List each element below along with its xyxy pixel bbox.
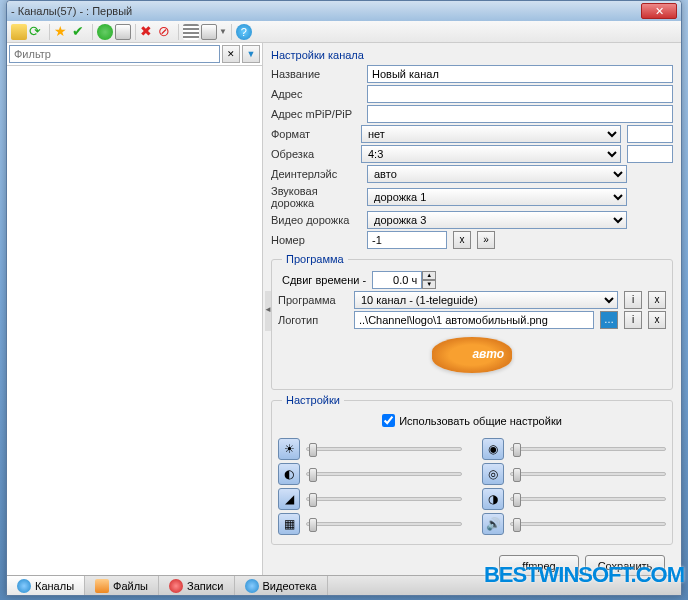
logo-browse-button[interactable]: … — [600, 311, 618, 329]
filter-input[interactable] — [9, 45, 220, 63]
tab-files[interactable]: Файлы — [85, 576, 159, 595]
volume-icon[interactable]: ◑ — [482, 488, 504, 510]
titlebar[interactable]: - Каналы(57) - : Первый ✕ — [7, 1, 681, 21]
address-input[interactable] — [367, 85, 673, 103]
shift-down[interactable]: ▼ — [422, 280, 436, 289]
deinterlace-select[interactable]: авто — [367, 165, 627, 183]
format-select[interactable]: нет — [361, 125, 621, 143]
crop-extra-input[interactable] — [627, 145, 673, 163]
hue-slider[interactable] — [510, 447, 666, 451]
sharpness-slider[interactable] — [306, 522, 462, 526]
sidebar: ✕ ▼ — [7, 43, 263, 577]
number-clear-button[interactable]: x — [453, 231, 471, 249]
channel-tree[interactable] — [7, 66, 262, 577]
library-icon — [245, 579, 259, 593]
settings-fieldset: Настройки Использовать общие настройки ☀… — [271, 394, 673, 545]
address-pip-label: Адрес mPiP/PiP — [271, 108, 361, 120]
name-input[interactable] — [367, 65, 673, 83]
hue-icon[interactable]: ◉ — [482, 438, 504, 460]
logo-label: Логотип — [278, 314, 348, 326]
format-extra-input[interactable] — [627, 125, 673, 143]
filter-button[interactable]: ▼ — [242, 45, 260, 63]
view-icon[interactable] — [201, 24, 217, 40]
copy-icon[interactable] — [115, 24, 131, 40]
saturation-icon[interactable]: ◎ — [482, 463, 504, 485]
save-button[interactable]: Сохранить — [585, 555, 665, 577]
files-icon — [95, 579, 109, 593]
section-title: Настройки канала — [271, 49, 673, 61]
toolbar: ⟳ ★ ✔ ✖ ⊘ ▼ ? — [7, 21, 681, 43]
settings-legend: Настройки — [282, 394, 344, 406]
number-label: Номер — [271, 234, 361, 246]
shift-label: Сдвиг времени - — [282, 274, 366, 286]
program-legend: Программа — [282, 253, 348, 265]
globe-icon — [17, 579, 31, 593]
logo-clear-button[interactable]: x — [648, 311, 666, 329]
record-icon — [169, 579, 183, 593]
balance-icon[interactable]: 🔊 — [482, 513, 504, 535]
volume-slider[interactable] — [510, 497, 666, 501]
shift-spinner[interactable]: ▲▼ — [372, 271, 436, 289]
program-label: Программа — [278, 294, 348, 306]
window-title: - Каналы(57) - : Первый — [11, 5, 641, 17]
program-select[interactable]: 10 канал - (1-teleguide) — [354, 291, 618, 309]
use-common-checkbox[interactable] — [382, 414, 395, 427]
contrast-slider[interactable] — [306, 472, 462, 476]
dropdown-icon[interactable]: ▼ — [219, 27, 227, 36]
logo-input[interactable] — [354, 311, 594, 329]
address-pip-input[interactable] — [367, 105, 673, 123]
number-next-button[interactable]: » — [477, 231, 495, 249]
shift-up[interactable]: ▲ — [422, 271, 436, 280]
balance-slider[interactable] — [510, 522, 666, 526]
shift-input[interactable] — [372, 271, 422, 289]
logo-preview — [278, 337, 666, 375]
saturation-slider[interactable] — [510, 472, 666, 476]
refresh-icon[interactable]: ⟳ — [29, 24, 45, 40]
address-label: Адрес — [271, 88, 361, 100]
deinterlace-label: Деинтерлэйс — [271, 168, 361, 180]
contrast-icon[interactable]: ◐ — [278, 463, 300, 485]
delete-icon[interactable]: ✖ — [140, 24, 156, 40]
filter-clear-button[interactable]: ✕ — [222, 45, 240, 63]
program-fieldset: Программа Сдвиг времени - ▲▼ Программа10… — [271, 253, 673, 390]
crop-select[interactable]: 4:3 — [361, 145, 621, 163]
gamma-slider[interactable] — [306, 497, 462, 501]
use-common-label: Использовать общие настройки — [399, 415, 562, 427]
brightness-slider[interactable] — [306, 447, 462, 451]
star-icon[interactable]: ★ — [54, 24, 70, 40]
help-icon[interactable]: ? — [236, 24, 252, 40]
ffmpeg-button[interactable]: ffmpeg — [499, 555, 579, 577]
application-window: - Каналы(57) - : Первый ✕ ⟳ ★ ✔ ✖ ⊘ ▼ ? … — [6, 0, 682, 596]
list-icon[interactable] — [183, 24, 199, 40]
main-panel: Настройки канала Название Адрес Адрес mP… — [263, 43, 681, 577]
program-info-button[interactable]: i — [624, 291, 642, 309]
sharpness-icon[interactable]: ▦ — [278, 513, 300, 535]
collapse-handle[interactable] — [265, 291, 271, 331]
brightness-icon[interactable]: ☀ — [278, 438, 300, 460]
name-label: Название — [271, 68, 361, 80]
format-label: Формат — [271, 128, 355, 140]
add-icon[interactable] — [97, 24, 113, 40]
close-button[interactable]: ✕ — [641, 3, 677, 19]
folder-icon[interactable] — [11, 24, 27, 40]
program-clear-button[interactable]: x — [648, 291, 666, 309]
video-select[interactable]: дорожка 3 — [367, 211, 627, 229]
tab-library[interactable]: Видеотека — [235, 576, 328, 595]
crop-label: Обрезка — [271, 148, 355, 160]
tab-channels[interactable]: Каналы — [7, 576, 85, 595]
number-input[interactable] — [367, 231, 447, 249]
gamma-icon[interactable]: ◢ — [278, 488, 300, 510]
tab-records[interactable]: Записи — [159, 576, 235, 595]
bottom-tabs: Каналы Файлы Записи Видеотека — [7, 575, 681, 595]
audio-select[interactable]: дорожка 1 — [367, 188, 627, 206]
check-icon[interactable]: ✔ — [72, 24, 88, 40]
block-icon[interactable]: ⊘ — [158, 24, 174, 40]
logo-image — [432, 337, 512, 373]
audio-label: Звуковая дорожка — [271, 185, 361, 209]
video-label: Видео дорожка — [271, 214, 361, 226]
logo-info-button[interactable]: i — [624, 311, 642, 329]
